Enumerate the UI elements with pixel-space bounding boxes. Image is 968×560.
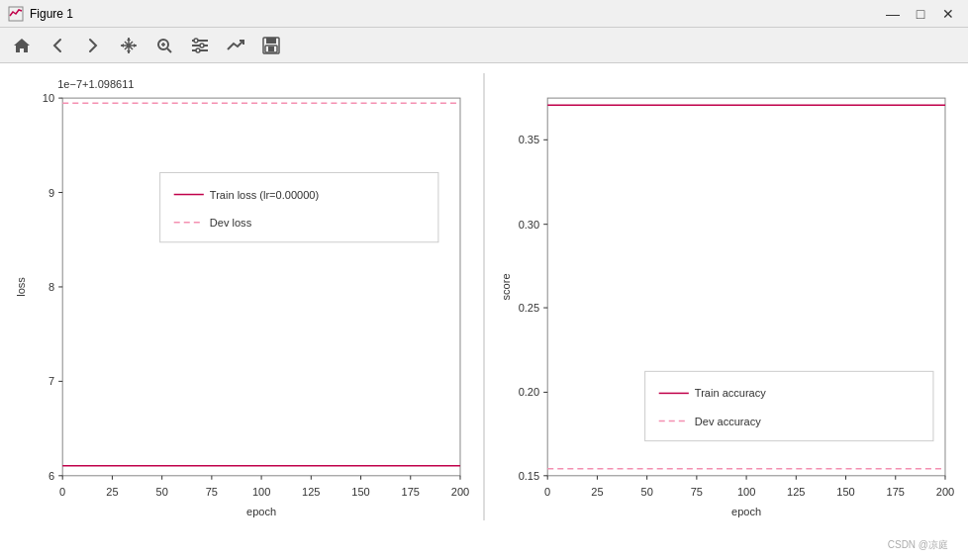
svg-rect-19: [268, 47, 274, 51]
svg-rect-53: [160, 172, 438, 241]
svg-rect-91: [645, 371, 933, 440]
watermark: CSDN @凉庭: [888, 538, 948, 552]
svg-text:0.25: 0.25: [519, 302, 539, 314]
svg-rect-17: [266, 38, 276, 44]
minimize-button[interactable]: —: [881, 4, 905, 24]
svg-marker-1: [14, 39, 30, 52]
svg-text:175: 175: [402, 486, 420, 498]
svg-text:0.30: 0.30: [519, 219, 539, 231]
svg-text:Train loss (lr=0.00000): Train loss (lr=0.00000): [210, 189, 319, 201]
maximize-button[interactable]: □: [909, 4, 932, 24]
svg-rect-20: [62, 98, 460, 476]
svg-text:epoch: epoch: [246, 506, 276, 517]
svg-text:25: 25: [106, 486, 118, 498]
window-icon: [8, 6, 24, 22]
pan-button[interactable]: [115, 32, 143, 59]
svg-point-14: [200, 44, 204, 47]
trend-button[interactable]: [222, 32, 249, 59]
right-chart-wrapper: 0.35 0.30 0.25 0.20 0.15 0 25 50 75 100 …: [485, 73, 968, 520]
back-button[interactable]: [44, 32, 71, 59]
svg-text:Dev accuracy: Dev accuracy: [695, 416, 761, 427]
svg-point-13: [194, 39, 198, 43]
settings-button[interactable]: [186, 32, 214, 59]
svg-text:175: 175: [887, 486, 905, 498]
svg-text:0.15: 0.15: [519, 470, 539, 482]
svg-marker-2: [127, 38, 131, 41]
svg-text:0: 0: [544, 486, 550, 498]
svg-text:75: 75: [691, 486, 703, 498]
title-bar: Figure 1 — □ ✕: [0, 0, 968, 28]
svg-marker-5: [134, 44, 137, 47]
svg-text:0: 0: [59, 486, 65, 498]
svg-text:200: 200: [451, 486, 469, 498]
main-content: 1e−7+1.098611 10 9 8 7 6 0 25 50: [0, 63, 968, 560]
svg-text:10: 10: [43, 92, 54, 104]
left-chart-wrapper: 1e−7+1.098611 10 9 8 7 6 0 25 50: [0, 73, 483, 520]
svg-text:50: 50: [156, 486, 168, 498]
window-title: Figure 1: [30, 7, 73, 21]
home-button[interactable]: [8, 32, 36, 59]
svg-text:125: 125: [302, 486, 320, 498]
svg-text:125: 125: [787, 486, 805, 498]
svg-text:100: 100: [737, 486, 755, 498]
svg-text:150: 150: [836, 486, 854, 498]
svg-point-15: [196, 48, 200, 52]
svg-text:150: 150: [351, 486, 369, 498]
svg-marker-3: [127, 50, 131, 53]
save-button[interactable]: [257, 32, 285, 59]
svg-text:0.20: 0.20: [519, 386, 539, 398]
svg-text:200: 200: [936, 486, 954, 498]
left-chart-svg: 1e−7+1.098611 10 9 8 7 6 0 25 50: [10, 73, 473, 520]
svg-text:50: 50: [641, 486, 653, 498]
svg-text:8: 8: [48, 281, 54, 293]
svg-text:score: score: [500, 273, 512, 300]
svg-text:100: 100: [252, 486, 270, 498]
zoom-button[interactable]: [150, 32, 178, 59]
svg-text:0.35: 0.35: [519, 134, 539, 145]
svg-text:epoch: epoch: [731, 506, 761, 517]
right-chart-svg: 0.35 0.30 0.25 0.20 0.15 0 25 50 75 100 …: [495, 73, 958, 520]
toolbar: [0, 28, 968, 63]
svg-text:75: 75: [206, 486, 218, 498]
svg-text:Train accuracy: Train accuracy: [695, 387, 766, 399]
svg-line-7: [167, 48, 171, 52]
svg-text:7: 7: [48, 375, 54, 387]
window-controls: — □ ✕: [881, 4, 960, 24]
svg-text:loss: loss: [15, 277, 27, 297]
close-button[interactable]: ✕: [936, 4, 960, 24]
svg-marker-4: [121, 44, 124, 47]
forward-button[interactable]: [79, 32, 107, 59]
svg-text:6: 6: [48, 470, 54, 482]
svg-text:Dev loss: Dev loss: [210, 217, 252, 229]
left-offset-label: 1e−7+1.098611: [57, 78, 134, 90]
svg-text:9: 9: [48, 187, 54, 199]
svg-text:25: 25: [591, 486, 603, 498]
